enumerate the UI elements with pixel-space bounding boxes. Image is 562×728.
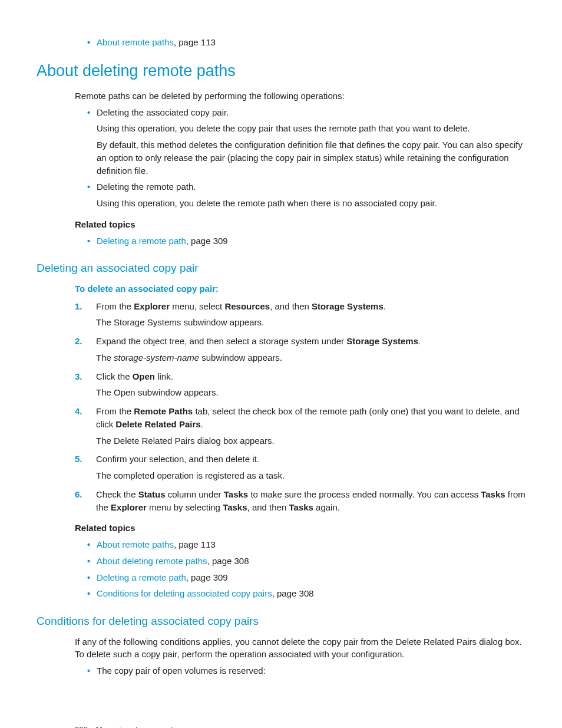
- list-item: Deleting the associated copy pair. Using…: [87, 106, 525, 177]
- text: link.: [155, 371, 173, 381]
- op-title: Deleting the associated copy pair.: [97, 107, 229, 117]
- text: menu by selecting: [147, 502, 223, 512]
- page-number: 308: [75, 725, 88, 728]
- op-desc: Using this operation, you delete the cop…: [97, 122, 525, 135]
- page-footer: 308Managing storage systems: [75, 724, 525, 728]
- step-4: From the Remote Paths tab, select the ch…: [75, 405, 525, 447]
- text: menu, select: [170, 301, 224, 311]
- bold-text: Tasks: [224, 489, 248, 499]
- link-about-remote-paths[interactable]: About remote paths: [97, 37, 174, 47]
- bold-text: Status: [138, 489, 166, 499]
- list-item: Deleting the remote path. Using this ope…: [87, 180, 525, 210]
- procedure-label: To delete an associated copy pair:: [75, 282, 525, 295]
- list-item: Conditions for deleting associated copy …: [87, 587, 525, 600]
- step-result: The Storage Systems subwindow appears.: [96, 316, 525, 329]
- link-deleting-remote-path[interactable]: Deleting a remote path: [97, 236, 186, 246]
- heading-about-deleting-remote-paths: About deleting remote paths: [37, 60, 525, 83]
- link-about-deleting-remote-paths[interactable]: About deleting remote paths: [97, 556, 207, 566]
- text: .: [384, 301, 386, 311]
- step-result: The Open subwindow appears.: [96, 386, 525, 399]
- step-1: From the Explorer menu, select Resources…: [75, 300, 525, 330]
- bold-text: Remote Paths: [134, 406, 193, 416]
- text: .: [418, 336, 421, 346]
- list-item: About remote paths, page 113: [87, 36, 525, 49]
- page-ref: , page 308: [272, 588, 314, 598]
- step-result: The completed operation is registered as…: [96, 469, 525, 482]
- bold-text: Storage Systems: [346, 336, 418, 346]
- text: Expand the object tree, and then select …: [96, 336, 346, 346]
- operations-list: Deleting the associated copy pair. Using…: [87, 106, 525, 210]
- op-desc: Using this operation, you delete the rem…: [97, 197, 525, 210]
- step-result: The Delete Related Pairs dialog box appe…: [96, 434, 525, 447]
- list-item: The copy pair of open volumes is reserve…: [87, 664, 525, 677]
- page-ref: , page 113: [174, 539, 216, 549]
- bold-text: Tasks: [481, 489, 505, 499]
- step-2: Expand the object tree, and then select …: [75, 335, 525, 364]
- bold-text: Storage Systems: [312, 301, 384, 311]
- heading-conditions-deleting-copy-pairs: Conditions for deleting associated copy …: [37, 613, 525, 630]
- top-reference-list: About remote paths, page 113: [87, 36, 525, 49]
- page-ref: , page 113: [174, 37, 216, 47]
- link-conditions-deleting-copy-pairs[interactable]: Conditions for deleting associated copy …: [97, 588, 272, 598]
- list-item: About remote paths, page 113: [87, 538, 525, 551]
- heading-deleting-associated-copy-pair: Deleting an associated copy pair: [37, 260, 525, 276]
- text: , and then: [247, 502, 289, 512]
- page-ref: , page 309: [186, 236, 228, 246]
- page-ref: , page 309: [186, 572, 228, 582]
- text: subwindow appears.: [199, 353, 282, 363]
- text: Click the: [96, 371, 133, 381]
- italic-text: storage-system-name: [114, 353, 199, 363]
- step-6: Check the Status column under Tasks to m…: [75, 488, 525, 514]
- bold-text: Explorer: [111, 502, 147, 512]
- text: , and then: [270, 301, 312, 311]
- bold-text: Explorer: [134, 301, 170, 311]
- text: again.: [313, 502, 340, 512]
- conditions-list: The copy pair of open volumes is reserve…: [87, 664, 525, 677]
- step-result: The storage-system-name subwindow appear…: [96, 351, 525, 364]
- text: Check the: [96, 489, 138, 499]
- text: column under: [166, 489, 224, 499]
- bold-text: Delete Related Pairs: [115, 419, 200, 429]
- bold-text: Tasks: [223, 502, 247, 512]
- bold-text: Resources: [224, 301, 270, 311]
- list-item: Deleting a remote path, page 309: [87, 235, 525, 248]
- related-topics-label: Related topics: [75, 218, 525, 231]
- related-topics-label: Related topics: [75, 522, 525, 535]
- bold-text: Open: [133, 371, 155, 381]
- footer-title: Managing storage systems: [96, 725, 187, 728]
- list-item: Deleting a remote path, page 309: [87, 571, 525, 584]
- step-5: Confirm your selection, and then delete …: [75, 453, 525, 482]
- text: Confirm your selection, and then delete …: [96, 454, 259, 464]
- related-topics-list: Deleting a remote path, page 309: [87, 235, 525, 248]
- step-3: Click the Open link. The Open subwindow …: [75, 370, 525, 400]
- op-title: Deleting the remote path.: [97, 182, 196, 192]
- text: to make sure the process ended normally.…: [248, 489, 481, 499]
- text: From the: [96, 406, 134, 416]
- text: From the: [96, 301, 134, 311]
- procedure-steps: From the Explorer menu, select Resources…: [75, 300, 525, 514]
- link-deleting-remote-path[interactable]: Deleting a remote path: [97, 572, 186, 582]
- intro-paragraph: Remote paths can be deleted by performin…: [75, 90, 525, 103]
- bold-text: Tasks: [289, 502, 313, 512]
- op-desc: By default, this method deletes the conf…: [97, 139, 525, 177]
- link-about-remote-paths[interactable]: About remote paths: [97, 539, 174, 549]
- text: The: [96, 353, 114, 363]
- list-item: About deleting remote paths, page 308: [87, 555, 525, 568]
- page-ref: , page 308: [207, 556, 249, 566]
- text: .: [201, 419, 203, 429]
- condition-text: The copy pair of open volumes is reserve…: [97, 666, 266, 676]
- conditions-intro: If any of the following conditions appli…: [75, 635, 525, 661]
- related-topics-list: About remote paths, page 113 About delet…: [87, 538, 525, 600]
